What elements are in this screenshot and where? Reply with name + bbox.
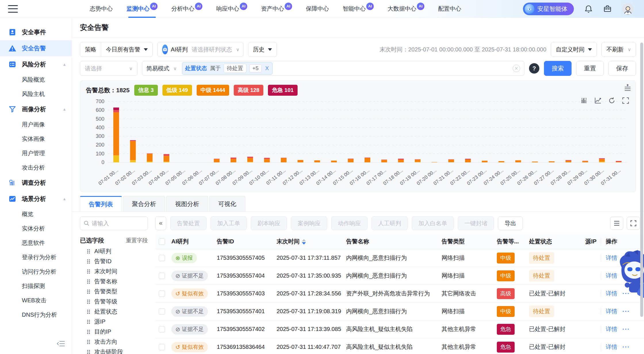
user-avatar[interactable]: [622, 3, 634, 15]
nav-analysis-center[interactable]: 分析中心AI: [171, 0, 202, 18]
nav-bigdata-center[interactable]: 大数据中心AI: [388, 0, 424, 18]
vertical-scrollbar[interactable]: [640, 43, 643, 317]
drag-handle-icon[interactable]: [87, 330, 90, 334]
more-actions-icon[interactable]: ···: [622, 326, 630, 332]
tab-aggregate-analysis[interactable]: 聚合分析: [123, 196, 165, 211]
mascot[interactable]: [616, 249, 644, 301]
agent-badge[interactable]: 安星智能体: [523, 3, 574, 15]
ai-verdict-select[interactable]: AI研判 请选择研判状态 ∨: [157, 42, 244, 57]
sidebar-item-login-behavior[interactable]: 登录行为分析: [0, 250, 72, 264]
bar-chart-icon[interactable]: [580, 97, 588, 104]
drag-handle-icon[interactable]: [87, 309, 90, 314]
row-checkbox[interactable]: [159, 273, 165, 279]
fullscreen-icon[interactable]: [622, 97, 629, 104]
sidebar-item-dns-behavior[interactable]: DNS行为分析: [0, 307, 72, 322]
sidebar-item-attack-analysis[interactable]: 攻击分析: [0, 160, 72, 175]
drag-handle-icon[interactable]: [87, 340, 90, 344]
sort-header-time[interactable]: 末次时间: [277, 238, 346, 245]
one-click-block-button[interactable]: 一键封堵: [458, 216, 494, 230]
collapse-chart-icon[interactable]: [624, 84, 632, 93]
drag-handle-icon[interactable]: [87, 249, 90, 254]
strategy-select[interactable]: 策略 今日所有告警: [80, 42, 153, 57]
row-checkbox[interactable]: [159, 308, 165, 315]
row-checkbox[interactable]: [159, 344, 165, 350]
sidebar-item-risk-overview[interactable]: 风险概览: [0, 72, 72, 87]
detail-link[interactable]: 详情: [606, 325, 617, 333]
refresh-select[interactable]: 不刷新 ∨: [601, 42, 636, 57]
sidebar-item-overview[interactable]: 概览: [0, 207, 72, 221]
reset-button[interactable]: 重置: [576, 61, 604, 76]
nav-config-center[interactable]: 配置中心: [438, 0, 461, 18]
save-button[interactable]: 保存: [608, 61, 636, 76]
sidebar-item-profile-analysis[interactable]: 画像分析▲: [0, 101, 72, 117]
tab-view-analysis[interactable]: 视图分析: [166, 196, 208, 211]
column-settings-icon[interactable]: [610, 217, 623, 230]
help-icon[interactable]: ?: [529, 63, 539, 74]
sidebar-item-security-events[interactable]: 安全事件: [0, 24, 72, 40]
nav-monitor-center[interactable]: 监测中心AI: [126, 0, 158, 18]
row-checkbox[interactable]: [159, 326, 165, 332]
playbook-response-button[interactable]: 剧本响应: [251, 216, 287, 230]
export-button[interactable]: 导出: [498, 216, 523, 230]
detail-link[interactable]: 详情: [606, 307, 617, 315]
sidebar-item-user-profile[interactable]: 用户画像: [0, 117, 72, 132]
drag-handle-icon[interactable]: [87, 279, 90, 284]
nav-situation-center[interactable]: 态势中心: [90, 0, 113, 18]
manual-verdict-button[interactable]: 人工研判: [371, 216, 408, 230]
sidebar-item-access-behavior[interactable]: 访问行为分析: [0, 264, 72, 279]
sidebar-item-entity-profile[interactable]: 实体画像: [0, 132, 72, 146]
row-checkbox[interactable]: [159, 290, 165, 297]
sidebar-item-risk-hosts[interactable]: 风险主机: [0, 87, 72, 101]
detail-link[interactable]: 详情: [606, 290, 617, 297]
refresh-icon[interactable]: [608, 97, 616, 104]
sidebar-item-scene-analysis[interactable]: 场景分析▲: [0, 191, 72, 207]
menu-icon[interactable]: [8, 5, 18, 13]
more-actions-icon[interactable]: ···: [622, 308, 630, 315]
clear-input-icon[interactable]: ✕: [513, 65, 520, 72]
nav-response-center[interactable]: 响应中心AI: [216, 0, 247, 18]
drag-handle-icon[interactable]: [87, 350, 90, 354]
sidebar-item-scan-detect[interactable]: 扫描探测: [0, 279, 72, 293]
detail-link[interactable]: 详情: [606, 343, 617, 351]
sidebar-collapse-icon[interactable]: [57, 340, 65, 349]
history-button[interactable]: 历史: [248, 42, 277, 57]
query-input[interactable]: 简易模式∨ 处置状态 属于 待处置 +5 X ✕: [142, 61, 524, 76]
search-button[interactable]: 搜索: [544, 61, 572, 76]
drag-handle-icon[interactable]: [87, 269, 90, 274]
sidebar-item-entity-analysis[interactable]: 实体分析: [0, 221, 72, 236]
tab-visualization[interactable]: 可视化: [209, 196, 245, 211]
sidebar-item-malware[interactable]: 恶意软件: [0, 236, 72, 250]
detail-link[interactable]: 详情: [606, 254, 617, 262]
nav-asset-center[interactable]: 资产中心AI: [261, 0, 292, 18]
drag-handle-icon[interactable]: [87, 320, 90, 324]
select-all-checkbox[interactable]: [159, 238, 165, 245]
chip-close-icon[interactable]: X: [264, 65, 269, 72]
custom-time-button[interactable]: 自定义时间: [551, 42, 597, 57]
add-whitelist-button[interactable]: 加入白名单: [412, 216, 454, 230]
row-checkbox[interactable]: [159, 255, 165, 261]
field-select[interactable]: 请选择 ∨: [80, 61, 137, 76]
detail-link[interactable]: 详情: [606, 272, 617, 280]
tab-alert-list[interactable]: 告警列表: [80, 196, 122, 211]
nav-intelligence-center[interactable]: 智能中心AI: [343, 0, 374, 18]
drag-handle-icon[interactable]: [87, 289, 90, 294]
drag-handle-icon[interactable]: [87, 259, 90, 264]
sidebar-item-user-management[interactable]: 用户管理: [0, 146, 72, 160]
filter-chip[interactable]: 处置状态 属于 待处置 +5 X: [182, 62, 273, 75]
table-fullscreen-icon[interactable]: [627, 217, 640, 230]
alert-dispose-button[interactable]: 告警处置: [170, 216, 206, 230]
fields-search-input[interactable]: 请输入: [80, 216, 148, 230]
collapse-panel-button[interactable]: «: [155, 216, 166, 230]
bell-icon[interactable]: [584, 5, 593, 13]
add-ticket-button[interactable]: 加入工单: [210, 216, 247, 230]
action-response-button[interactable]: 动作响应: [331, 216, 367, 230]
sidebar-item-security-alerts[interactable]: 安全告警: [0, 40, 72, 56]
more-actions-icon[interactable]: ···: [622, 344, 630, 350]
toolbox-icon[interactable]: [603, 5, 612, 13]
sidebar-item-web-attack[interactable]: WEB攻击: [0, 293, 72, 307]
mode-select[interactable]: 简易模式∨: [146, 65, 177, 72]
sort-icons[interactable]: [302, 239, 306, 245]
case-response-button[interactable]: 案例响应: [291, 216, 327, 230]
nav-guarantee-center[interactable]: 保障中心: [306, 0, 329, 18]
sidebar-item-investigation-analysis[interactable]: 调查分析: [0, 175, 72, 191]
